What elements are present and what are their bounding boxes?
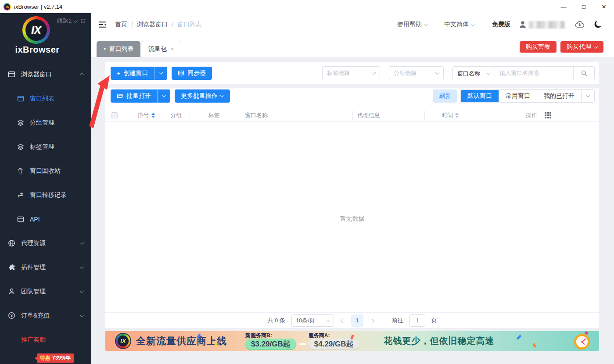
view-default-windows[interactable]: 默认窗口 [461, 90, 499, 102]
sidebar-item-tag-management[interactable]: 标签管理 [0, 135, 91, 159]
sidebar-item-group-management[interactable]: 分组管理 [0, 111, 91, 135]
refresh-button[interactable]: 刷新 [433, 89, 457, 103]
sidebar-item-team-management[interactable]: 团队管理 [0, 279, 91, 303]
maximize-button[interactable]: □ [574, 0, 594, 13]
user-account[interactable] [518, 20, 565, 29]
next-page-button[interactable] [370, 317, 374, 324]
sidebar-item-window-list[interactable]: 窗口列表 [0, 86, 91, 111]
collapse-menu-icon[interactable] [98, 21, 107, 28]
buy-package-button[interactable]: 购买套餐 [520, 41, 557, 53]
chevron-up-icon [80, 73, 84, 77]
column-proxy-info: 代理信息 [352, 111, 424, 120]
create-window-dropdown[interactable] [154, 67, 167, 80]
search-field-label: 窗口名称 [457, 70, 480, 78]
segment-label: 我的已打开 [544, 92, 575, 100]
more-batch-label: 更多批量操作 [181, 92, 218, 100]
tag-filter-placeholder: 标签选择 [327, 69, 350, 77]
prev-page-button[interactable] [340, 317, 345, 324]
goto-page-input[interactable] [409, 314, 425, 327]
minimize-button[interactable]: — [553, 0, 574, 13]
view-frequent-windows[interactable]: 常用窗口 [499, 90, 537, 102]
page-number-current[interactable]: 1 [351, 314, 363, 327]
sidebar-item-label: 团队管理 [21, 288, 46, 296]
tag-filter-select[interactable]: 标签选择 [322, 66, 380, 80]
transfer-icon [17, 191, 24, 199]
refresh-icon[interactable] [80, 18, 86, 24]
window-list-icon [17, 95, 24, 102]
buy-proxy-button[interactable]: 购买代理 [560, 41, 603, 53]
download-client-icon[interactable] [575, 19, 585, 30]
confetti-decoration [532, 343, 536, 347]
sidebar-item-window-transfer-records[interactable]: 窗口转移记录 [0, 183, 91, 207]
promo-banner[interactable]: IX 全新流量供应商上线 新服务商B: $3.29/GB起 服务商A: $4.2… [105, 331, 599, 351]
sort-icon[interactable] [151, 113, 155, 118]
provider-a-label: 服务商A: [309, 333, 330, 339]
sidebar-item-label: 分组管理 [30, 119, 54, 127]
chevron-down-icon [586, 93, 590, 97]
banner-headline: 全新流量供应商上线 [136, 335, 227, 348]
top-header: 首页 / 浏览器窗口 / 窗口列表 使用帮助 中文简体 免费版 [91, 13, 614, 36]
group-filter-select[interactable]: 分组选择 [389, 66, 444, 80]
dark-mode-moon-icon[interactable] [593, 20, 603, 29]
tab-window-list[interactable]: ● 窗口列表 [97, 41, 140, 57]
language-menu[interactable]: 中文简体 [444, 21, 474, 29]
language-label: 中文简体 [444, 21, 469, 29]
main-content: + 创建窗口 同步器 标签选择 分 [91, 57, 614, 364]
chevron-down-icon [74, 18, 78, 23]
help-menu[interactable]: 使用帮助 [397, 21, 427, 29]
window-table-card: 批量打开 更多批量操作 刷新 默认窗口 [105, 88, 599, 328]
search-field-select[interactable]: 窗口名称 [453, 67, 495, 80]
chevron-down-icon [594, 44, 598, 49]
tab-close-icon[interactable]: × [171, 46, 174, 52]
username-redacted [529, 21, 565, 29]
sidebar-item-proxy-resources[interactable]: 代理资源 [0, 231, 91, 255]
app-window: IX ixBrowser | v2.7.14 — □ ✕ 线路1 IX ixBr… [0, 0, 614, 364]
more-batch-actions-button[interactable]: 更多批量操作 [175, 89, 230, 103]
browser-window-icon [8, 71, 15, 78]
yen-coin-icon: ¥ [8, 312, 15, 319]
line-selector[interactable]: 线路1 [57, 17, 86, 25]
batch-open-dropdown[interactable] [157, 89, 170, 103]
sidebar-item-orders-recharge[interactable]: ¥ 订单&充值 [0, 303, 91, 328]
batch-open-split-button: 批量打开 [111, 89, 170, 103]
segment-label: 默认窗口 [467, 92, 492, 100]
tab-traffic-package[interactable]: 流量包 × [141, 41, 181, 57]
confetti-decoration [516, 335, 521, 340]
brand-name: ixBrowser [0, 45, 75, 55]
sidebar-item-plugin-management[interactable]: 插件管理 [0, 255, 91, 279]
search-button[interactable] [573, 67, 594, 80]
chevron-down-icon [80, 289, 84, 293]
chevron-down-icon [424, 22, 428, 26]
search-group: 窗口名称 [452, 66, 595, 80]
synchronizer-button[interactable]: 同步器 [172, 67, 212, 80]
pagination: 共 0 条 10条/页 1 前往 页 [105, 312, 599, 328]
sidebar-item-label: 窗口列表 [30, 95, 54, 103]
column-settings-icon[interactable] [545, 112, 551, 118]
globe-icon [8, 239, 15, 247]
breadcrumb-home[interactable]: 首页 [115, 21, 127, 29]
layers-icon [17, 119, 24, 126]
sidebar-item-label: 推广奖励 [21, 336, 46, 344]
sort-icon[interactable] [455, 113, 459, 118]
breadcrumb-separator: / [172, 21, 173, 28]
page-size-select[interactable]: 10条/页 [291, 314, 334, 327]
sidebar-item-window-recycle-bin[interactable]: 窗口回收站 [0, 159, 91, 183]
sidebar-item-api[interactable]: API [0, 207, 91, 231]
view-more-dropdown[interactable] [581, 90, 594, 102]
chevron-down-icon [80, 240, 84, 245]
column-time[interactable]: 时间 [424, 111, 513, 120]
table-header: 序号 分组 标签 窗口名称 代理信息 时间 [105, 109, 599, 122]
refresh-label: 刷新 [439, 92, 451, 99]
sidebar-item-promotion-rewards[interactable]: 推广奖励 [0, 328, 91, 352]
view-my-opened[interactable]: 我的已打开 [537, 90, 581, 102]
batch-open-button[interactable]: 批量打开 [111, 89, 157, 103]
search-icon [581, 70, 588, 77]
help-label: 使用帮助 [397, 21, 422, 29]
sidebar-item-browser-windows[interactable]: 浏览器窗口 [0, 62, 91, 86]
chevron-down-icon [435, 70, 440, 75]
column-seq[interactable]: 序号 [130, 111, 162, 120]
breadcrumb-browser-windows[interactable]: 浏览器窗口 [137, 21, 168, 29]
search-input[interactable] [495, 67, 573, 80]
close-button[interactable]: ✕ [594, 0, 614, 13]
create-window-button[interactable]: + 创建窗口 [111, 67, 154, 80]
